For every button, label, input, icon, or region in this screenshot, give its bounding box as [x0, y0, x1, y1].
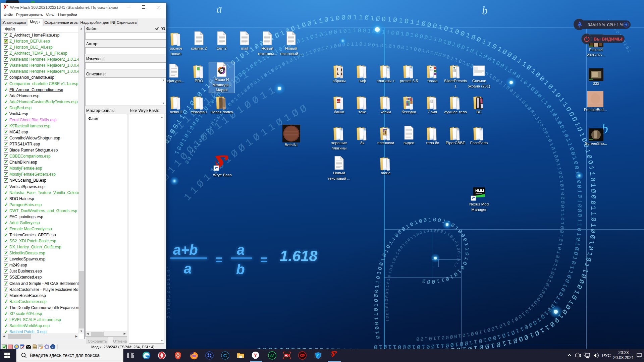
svg-text:=: = [260, 253, 267, 267]
svg-text:a: a [184, 261, 192, 277]
svg-text:NMM: NMM [475, 189, 484, 193]
svg-text:b: b [236, 261, 245, 277]
svg-text:a: a [237, 242, 245, 258]
svg-text:PDF: PDF [337, 101, 341, 103]
svg-text:1.618: 1.618 [280, 247, 318, 264]
svg-text:Ded: Ded [33, 346, 37, 348]
svg-text:Ø11ØØ1Ø1Ø11Ø1: Ø11ØØ1Ø1Ø11Ø1 [166, 264, 172, 318]
svg-text:Y: Y [254, 352, 257, 358]
svg-text:a+b: a+b [173, 242, 198, 258]
svg-text:=: = [215, 253, 222, 267]
svg-text:U: U [270, 353, 274, 358]
svg-text:b: b [482, 4, 488, 17]
svg-text:?: ? [52, 345, 53, 349]
svg-text:a: a [216, 3, 222, 15]
svg-text:C: C [223, 353, 227, 358]
